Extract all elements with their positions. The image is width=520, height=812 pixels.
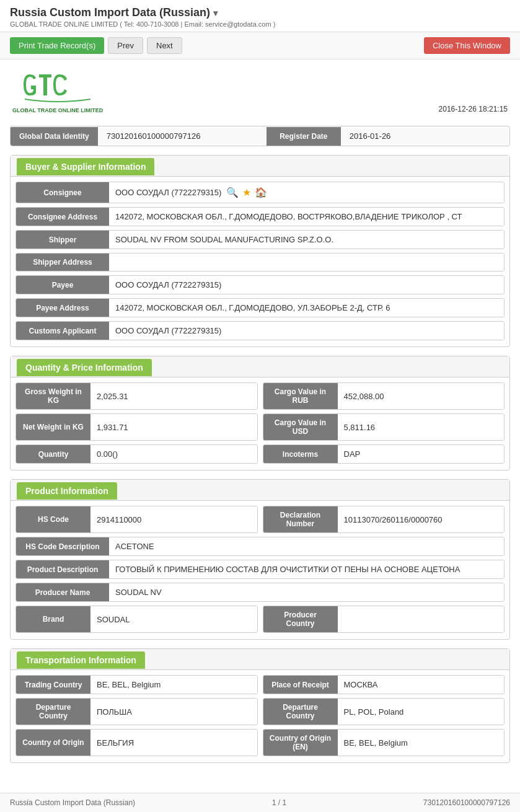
print-button[interactable]: Print Trade Record(s) — [10, 37, 104, 54]
place-of-receipt-label: Place of Receipt — [263, 676, 338, 694]
country-origin-en-value: BE, BEL, Belgium — [338, 730, 505, 756]
consignee-value: ООО СОУДАЛ (7722279315) 🔍 ★ 🏠 — [109, 182, 504, 203]
trading-country-col: Trading Country BE, BEL, Belgium — [15, 675, 258, 694]
quantity-value: 0.00() — [90, 445, 257, 463]
buyer-supplier-section: Buyer & Supplier Information Consignee О… — [10, 155, 510, 347]
shipper-address-value — [109, 254, 504, 271]
timestamp: 2016-12-26 18:21:15 — [439, 105, 508, 113]
page-footer: Russia Custom Import Data (Russian) 1 / … — [0, 793, 520, 812]
hs-code-value: 2914110000 — [90, 506, 257, 532]
transportation-section: Transportation Information Trading Count… — [10, 648, 510, 763]
product-desc-row: Product Description ГОТОВЫЙ К ПРИМЕНЕНИЮ… — [15, 560, 505, 579]
quantity-price-header: Quantity & Price Information — [17, 359, 152, 376]
page-title: Russia Custom Import Data (Russian) ▾ — [10, 6, 510, 19]
consignee-label: Consignee — [16, 182, 109, 203]
country-origin-en-col: Country of Origin (EN) BE, BEL, Belgium — [263, 729, 505, 756]
gross-weight-cargo-rub-row: Gross Weight in KG 2,025.31 Cargo Value … — [15, 382, 505, 410]
departure-country-col: Departure Country ПОЛЬША — [15, 698, 258, 725]
trading-country-label: Trading Country — [16, 676, 90, 694]
gross-weight-col: Gross Weight in KG 2,025.31 — [15, 382, 258, 410]
gross-weight-label: Gross Weight in KG — [16, 383, 90, 409]
cargo-usd-value: 5,811.16 — [338, 414, 505, 440]
payee-address-label: Payee Address — [16, 299, 109, 317]
net-weight-value: 1,931.71 — [90, 414, 257, 440]
consignee-address-label: Consignee Address — [16, 208, 109, 226]
logo-company-name: GLOBAL TRADE ONLINE LIMITED — [12, 107, 103, 113]
shipper-address-label: Shipper Address — [16, 254, 109, 271]
footer-left: Russia Custom Import Data (Russian) — [10, 798, 135, 807]
brand-producer-country-row: Brand SOUDAL Producer Country — [15, 606, 505, 633]
incoterms-label: Incoterms — [263, 445, 338, 463]
customs-applicant-row: Customs Applicant ООО СОУДАЛ (7722279315… — [15, 321, 505, 340]
quantity-incoterms-row: Quantity 0.00() Incoterms DAP — [15, 444, 505, 464]
next-button[interactable]: Next — [147, 37, 182, 54]
home-icon[interactable]: 🏠 — [255, 187, 267, 198]
declaration-label: Declaration Number — [263, 506, 338, 532]
svg-rect-0 — [39, 74, 51, 77]
close-window-button[interactable]: Close This Window — [424, 37, 510, 54]
origin-row: Country of Origin БЕЛЬГИЯ Country of Ori… — [15, 729, 505, 756]
hs-code-label: HS Code — [16, 506, 90, 532]
country-origin-value: БЕЛЬГИЯ — [90, 730, 257, 756]
payee-row: Payee ООО СОУДАЛ (7722279315) — [15, 275, 505, 294]
net-weight-label: Net Weight in KG — [16, 414, 90, 440]
identity-row: Global Data Identity 7301201601000007971… — [10, 126, 510, 146]
toolbar: Print Trade Record(s) Prev Next Close Th… — [0, 32, 520, 60]
producer-country-label: Producer Country — [263, 606, 338, 632]
country-origin-en-label: Country of Origin (EN) — [263, 730, 338, 756]
declaration-value: 10113070/260116/0000760 — [338, 506, 505, 532]
hs-declaration-row: HS Code 2914110000 Declaration Number 10… — [15, 506, 505, 533]
producer-name-row: Producer Name SOUDAL NV — [15, 583, 505, 602]
shipper-label: Shipper — [16, 231, 109, 249]
star-icon[interactable]: ★ — [242, 187, 251, 198]
register-date-label: Register Date — [267, 127, 341, 146]
consignee-address-row: Consignee Address 142072, МОСКОВСКАЯ ОБЛ… — [15, 207, 505, 226]
global-data-identity-label: Global Data Identity — [11, 127, 98, 146]
cargo-usd-col: Cargo Value in USD 5,811.16 — [263, 413, 505, 441]
net-weight-col: Net Weight in KG 1,931.71 — [15, 413, 258, 441]
quantity-label: Quantity — [16, 445, 90, 463]
product-desc-label: Product Description — [16, 560, 109, 578]
hs-desc-label: HS Code Description — [16, 537, 109, 555]
logo-box: GLOBAL TRADE ONLINE LIMITED — [12, 72, 103, 113]
quantity-col: Quantity 0.00() — [15, 444, 258, 464]
svg-rect-1 — [43, 77, 47, 95]
footer-right: 730120160100000797126 — [423, 798, 510, 807]
transportation-header: Transportation Information — [17, 651, 145, 669]
departure-country-en-label: Departure Country — [263, 699, 338, 725]
producer-country-col: Producer Country — [263, 606, 505, 633]
prev-button[interactable]: Prev — [108, 37, 143, 54]
cargo-rub-label: Cargo Value in RUB — [263, 383, 338, 409]
cargo-usd-label: Cargo Value in USD — [263, 414, 338, 440]
place-of-receipt-value: МОСКВА — [338, 676, 505, 694]
departure-country-en-value: PL, POL, Poland — [338, 699, 505, 725]
product-header: Product Information — [17, 482, 117, 500]
payee-value: ООО СОУДАЛ (7722279315) — [109, 276, 504, 294]
payee-label: Payee — [16, 276, 109, 294]
customs-applicant-label: Customs Applicant — [16, 322, 109, 340]
customs-applicant-value: ООО СОУДАЛ (7722279315) — [109, 322, 504, 340]
dropdown-arrow[interactable]: ▾ — [213, 8, 218, 18]
register-date-value: 2016-01-26 — [341, 126, 509, 146]
main-content: GLOBAL TRADE ONLINE LIMITED 2016-12-26 1… — [0, 60, 520, 793]
search-icon[interactable]: 🔍 — [226, 187, 239, 198]
departure-country-en-col: Departure Country PL, POL, Poland — [263, 698, 505, 725]
hs-desc-value: ACETONE — [109, 537, 504, 555]
brand-value: SOUDAL — [90, 606, 257, 632]
product-desc-value: ГОТОВЫЙ К ПРИМЕНЕНИЮ СОСТАВ ДЛЯ ОЧИСТИТК… — [109, 560, 504, 578]
hs-code-col: HS Code 2914110000 — [15, 506, 258, 533]
incoterms-col: Incoterms DAP — [263, 444, 505, 464]
shipper-value: SOUDAL NV FROM SOUDAL MANUFACTURING SP.Z… — [109, 231, 504, 249]
shipper-row: Shipper SOUDAL NV FROM SOUDAL MANUFACTUR… — [15, 230, 505, 249]
brand-label: Brand — [16, 606, 90, 632]
departure-row: Departure Country ПОЛЬША Departure Count… — [15, 698, 505, 725]
hs-desc-row: HS Code Description ACETONE — [15, 537, 505, 556]
logo-area: GLOBAL TRADE ONLINE LIMITED 2016-12-26 1… — [10, 67, 510, 118]
declaration-col: Declaration Number 10113070/260116/00007… — [263, 506, 505, 533]
product-section: Product Information HS Code 2914110000 D… — [10, 479, 510, 640]
net-weight-cargo-usd-row: Net Weight in KG 1,931.71 Cargo Value in… — [15, 413, 505, 441]
top-header: Russia Custom Import Data (Russian) ▾ GL… — [0, 0, 520, 32]
global-data-identity-value: 730120160100000797126 — [98, 126, 267, 146]
footer-center: 1 / 1 — [272, 798, 286, 807]
incoterms-value: DAP — [338, 445, 505, 463]
